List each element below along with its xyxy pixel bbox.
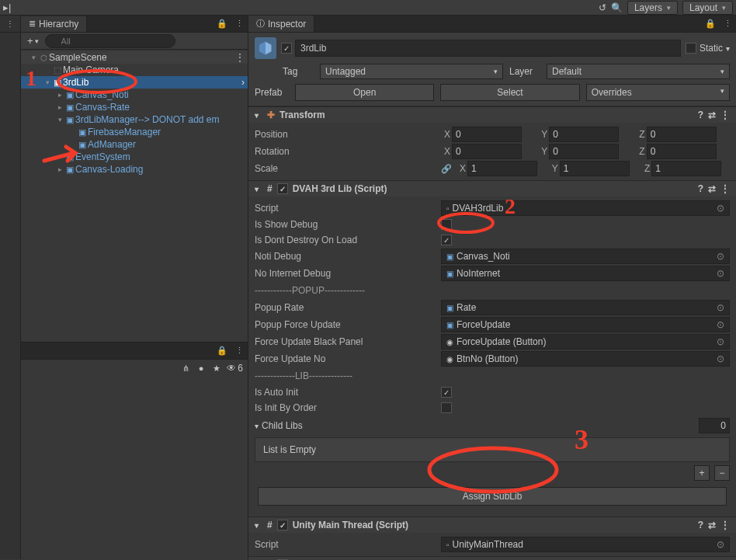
- link-icon[interactable]: 🔗: [441, 164, 452, 174]
- no-internet-ref[interactable]: ▣NoInternet⊙: [441, 266, 730, 281]
- layout-dropdown[interactable]: Layout: [682, 1, 733, 15]
- hidden-count[interactable]: 👁6: [227, 363, 243, 374]
- tree-item-3rdlib[interactable]: ▾▣3rdLib›: [21, 76, 248, 89]
- prefab-open-button[interactable]: Open: [295, 84, 434, 101]
- position-y[interactable]: [549, 127, 619, 142]
- menu-icon[interactable]: ⋮: [720, 183, 730, 194]
- panel-menu-icon[interactable]: ⋮: [231, 17, 248, 30]
- tab-inspector[interactable]: ⓘ Inspector: [248, 16, 314, 32]
- fold-icon[interactable]: ▾: [255, 111, 262, 120]
- chevron-right-icon[interactable]: ›: [241, 77, 245, 88]
- assign-sublib-button[interactable]: Assign SubLib: [258, 487, 727, 506]
- fold-icon[interactable]: ▸: [55, 165, 64, 173]
- component-enable-checkbox[interactable]: [277, 520, 288, 530]
- tree-item-eventsystem[interactable]: ▣EventSystem: [21, 151, 248, 163]
- preset-icon[interactable]: ⇄: [708, 183, 716, 194]
- object-picker-icon[interactable]: ⊙: [717, 336, 724, 347]
- child-libs-count[interactable]: [699, 418, 730, 433]
- scale-z[interactable]: [651, 161, 721, 176]
- history-icon[interactable]: ↺: [599, 2, 606, 13]
- fold-icon[interactable]: ▾: [255, 185, 262, 193]
- tab-hierarchy[interactable]: ≣ Hierarchy: [21, 16, 87, 32]
- object-picker-icon[interactable]: ⊙: [717, 203, 724, 214]
- fold-icon[interactable]: ▾: [55, 116, 64, 123]
- tree-item-3rdlibmanager[interactable]: ▾▣3rdLibManager--> DONOT add em: [21, 113, 248, 126]
- position-z[interactable]: [647, 127, 717, 142]
- object-picker-icon[interactable]: ⊙: [717, 251, 724, 262]
- search-icon[interactable]: 🔍: [611, 2, 623, 13]
- rotation-z[interactable]: [647, 144, 717, 159]
- star-icon[interactable]: ★: [210, 362, 224, 375]
- hierarchy-search[interactable]: [45, 34, 175, 48]
- tree-item-canvas-loading[interactable]: ▸▣Canvas-Loading: [21, 163, 248, 176]
- object-name-field[interactable]: [295, 40, 681, 57]
- preset-icon[interactable]: ⇄: [708, 110, 716, 120]
- init-order-checkbox[interactable]: [441, 402, 452, 413]
- fold-icon[interactable]: ▾: [255, 521, 262, 530]
- scene-row[interactable]: ▾ ⬡ SampleScene ⋮: [21, 51, 248, 64]
- list-remove-button[interactable]: −: [714, 465, 730, 481]
- component-enable-checkbox[interactable]: [277, 183, 288, 194]
- menu-icon[interactable]: ⋮: [720, 110, 730, 120]
- tree-item-firebase[interactable]: ▣FirebaseManager: [21, 126, 248, 138]
- gameobject-icon[interactable]: [255, 37, 276, 59]
- gutter-menu-icon[interactable]: ⋮: [0, 16, 20, 33]
- dont-destroy-checkbox[interactable]: [441, 235, 452, 245]
- tree-item-admanager[interactable]: ▣AdManager: [21, 138, 248, 151]
- help-icon[interactable]: ?: [698, 110, 703, 120]
- list-add-button[interactable]: +: [694, 465, 710, 481]
- help-icon[interactable]: ?: [698, 520, 703, 530]
- position-x[interactable]: [452, 127, 522, 142]
- object-picker-icon[interactable]: ⊙: [717, 319, 724, 330]
- fold-icon[interactable]: ▾: [43, 78, 52, 86]
- object-picker-icon[interactable]: ⊙: [717, 268, 724, 279]
- script-reference[interactable]: ▫DVAH3rdLib⊙: [441, 200, 730, 216]
- tree-item-canvas-noti[interactable]: ▸▣Canvas_Noti: [21, 89, 248, 101]
- panel-lock-icon[interactable]: 🔒: [701, 17, 720, 30]
- layers-dropdown[interactable]: Layers: [627, 1, 678, 15]
- noti-debug-ref[interactable]: ▣Canvas_Noti⊙: [441, 249, 730, 264]
- panel-lock-icon[interactable]: 🔒: [213, 17, 231, 30]
- panel-lock-icon[interactable]: 🔒: [213, 344, 231, 357]
- filter-icon[interactable]: ⋔: [179, 362, 193, 375]
- fold-icon[interactable]: ▸: [55, 103, 64, 111]
- script-icon: #: [267, 183, 273, 194]
- create-dropdown[interactable]: +: [24, 35, 42, 47]
- show-debug-checkbox[interactable]: [441, 219, 452, 230]
- inspector-icon: ⓘ: [256, 18, 265, 30]
- panel-menu-icon[interactable]: ⋮: [231, 344, 248, 357]
- scene-label: SampleScene: [49, 52, 235, 63]
- rotation-y[interactable]: [549, 144, 619, 159]
- force-panel-ref[interactable]: ◉ForceUpdate (Button)⊙: [441, 334, 730, 350]
- force-no-ref[interactable]: ◉BtnNo (Button)⊙: [441, 351, 730, 367]
- fold-icon[interactable]: ▾: [255, 422, 259, 430]
- tag-icon[interactable]: ●: [196, 362, 207, 374]
- object-picker-icon[interactable]: ⊙: [717, 539, 724, 550]
- fold-icon[interactable]: ▸: [55, 91, 64, 99]
- script-reference[interactable]: ▫UnityMainThread⊙: [441, 537, 730, 552]
- tree-item-canvas-rate[interactable]: ▸▣Canvas-Rate: [21, 101, 248, 113]
- fold-icon[interactable]: ▾: [29, 54, 38, 61]
- active-checkbox[interactable]: [281, 43, 292, 54]
- layer-dropdown[interactable]: Default: [547, 64, 730, 79]
- prefab-select-button[interactable]: Select: [440, 84, 579, 101]
- popup-rate-ref[interactable]: ▣Rate⊙: [441, 300, 730, 315]
- play-step-icon[interactable]: ▸|: [3, 2, 11, 13]
- tree-item-main-camera[interactable]: ⬚Main Camera: [21, 64, 248, 76]
- object-picker-icon[interactable]: ⊙: [717, 353, 724, 364]
- panel-menu-icon[interactable]: ⋮: [720, 17, 736, 30]
- scale-x[interactable]: [467, 161, 537, 176]
- preset-icon[interactable]: ⇄: [708, 520, 716, 530]
- popup-force-ref[interactable]: ▣ForceUpdate⊙: [441, 317, 730, 332]
- prefab-overrides-dropdown[interactable]: Overrides: [586, 84, 730, 101]
- scene-menu-icon[interactable]: ⋮: [235, 52, 245, 63]
- rotation-x[interactable]: [452, 144, 522, 159]
- help-icon[interactable]: ?: [698, 183, 703, 194]
- menu-icon[interactable]: ⋮: [720, 520, 730, 530]
- tag-dropdown[interactable]: Untagged: [320, 64, 503, 79]
- chevron-down-icon[interactable]: ▾: [726, 44, 730, 53]
- object-picker-icon[interactable]: ⊙: [717, 302, 724, 313]
- scale-y[interactable]: [560, 161, 630, 176]
- static-checkbox[interactable]: [686, 43, 696, 54]
- auto-init-checkbox[interactable]: [441, 387, 452, 398]
